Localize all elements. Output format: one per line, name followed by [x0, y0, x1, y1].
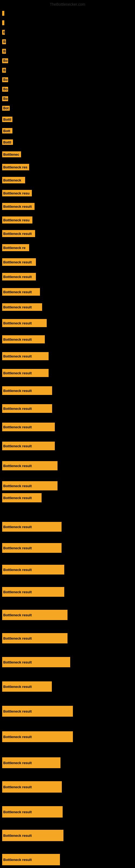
bottleneck-bar-35: Bottleneck result — [2, 461, 57, 470]
bottleneck-bar-47: Bottleneck result — [2, 731, 73, 742]
bottleneck-bar-43: Bottleneck result — [2, 633, 68, 643]
bottleneck-bar-51: Bottleneck result — [2, 830, 63, 841]
bottleneck-bar-27: Bottleneck result — [2, 319, 47, 327]
bottleneck-bar-24: Bottleneck result — [2, 273, 36, 280]
bottleneck-bar-18: Bottleneck resu — [2, 190, 32, 196]
bottleneck-bar-45: Bottleneck result — [2, 681, 52, 692]
bottleneck-bar-36: Bottleneck result — [2, 481, 57, 490]
bottleneck-bar-49: Bottleneck result — [2, 781, 62, 793]
bottleneck-bar-12: Bottl — [2, 117, 12, 122]
bottleneck-bar-29: Bottleneck result — [2, 352, 49, 360]
bottleneck-bar-52: Bottleneck result — [2, 854, 60, 865]
bottleneck-bar-11: Bot — [2, 106, 10, 111]
bottleneck-bar-42: Bottleneck result — [2, 610, 68, 620]
bottleneck-bar-28: Bottleneck result — [2, 335, 45, 343]
bottleneck-bar-23: Bottleneck result — [2, 258, 36, 266]
bottleneck-bar-7: B — [2, 68, 6, 73]
bottleneck-bar-10: Bo — [2, 96, 8, 101]
bottleneck-bar-13: Bott — [2, 128, 12, 133]
bottleneck-bar-16: Bottleneck res — [2, 164, 29, 170]
bottleneck-bar-39: Bottleneck result — [2, 543, 61, 553]
bottleneck-bar-50: Bottleneck result — [2, 806, 63, 817]
bottleneck-bar-9: Bo — [2, 87, 8, 92]
bottleneck-bar-31: Bottleneck result — [2, 386, 52, 395]
bottleneck-bar-48: Bottleneck result — [2, 757, 60, 768]
bottleneck-bar-20: Bottleneck resu — [2, 216, 32, 223]
bottleneck-bar-32: Bottleneck result — [2, 404, 52, 413]
bottleneck-bar-1 — [2, 11, 4, 16]
bottleneck-bar-46: Bottleneck result — [2, 706, 73, 717]
bottleneck-bar-4: B — [2, 39, 6, 44]
bottleneck-bar-40: Bottleneck result — [2, 565, 64, 575]
bottleneck-bar-34: Bottleneck result — [2, 442, 55, 450]
bottleneck-bar-19: Bottleneck result — [2, 203, 35, 210]
bottleneck-bar-14: Bottl — [2, 140, 13, 145]
bottleneck-bar-41: Bottleneck result — [2, 587, 64, 597]
bottleneck-bar-25: Bottleneck result — [2, 288, 40, 296]
bottleneck-bar-5: B — [2, 49, 6, 54]
bottleneck-bar-3: E — [2, 30, 5, 35]
bottleneck-bar-2 — [2, 20, 4, 25]
bottleneck-bar-8: Bo — [2, 77, 8, 82]
bottleneck-bar-44: Bottleneck result — [2, 657, 70, 667]
bottleneck-bar-15: Bottlenec — [2, 151, 21, 157]
bottleneck-bar-6: Bo — [2, 58, 8, 63]
bottleneck-bar-17: Bottleneck — [2, 177, 25, 183]
bottleneck-bar-21: Bottleneck result — [2, 230, 35, 237]
bottleneck-bar-22: Bottleneck re — [2, 244, 29, 251]
site-title: TheBottlenecker.com — [50, 2, 85, 6]
bottleneck-bar-38: Bottleneck result — [2, 522, 61, 532]
bottleneck-bar-30: Bottleneck result — [2, 369, 49, 377]
bottleneck-bar-37: Bottleneck result — [2, 493, 42, 502]
bottleneck-bar-26: Bottleneck result — [2, 303, 42, 311]
bottleneck-bar-33: Bottleneck result — [2, 423, 55, 431]
